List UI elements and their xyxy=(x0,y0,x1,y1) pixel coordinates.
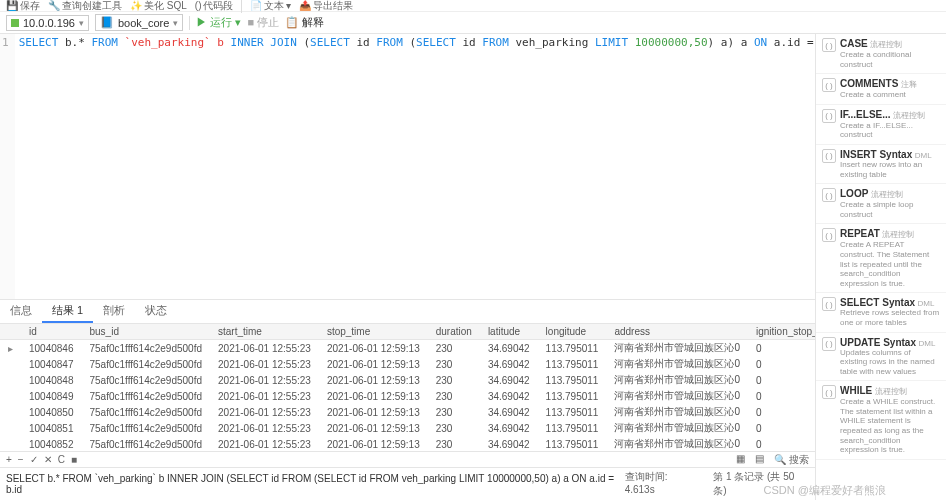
query-time: 查询时间: 4.613s xyxy=(625,470,700,498)
col-duration[interactable]: duration xyxy=(428,324,480,340)
col-bus_id[interactable]: bus_id xyxy=(82,324,211,340)
separator xyxy=(189,16,190,30)
db-select[interactable]: 📘 book_core ▾ xyxy=(95,14,183,31)
snippet-item[interactable]: ( )LOOP 流程控制Create a simple loop constru… xyxy=(816,184,946,224)
footer-sql-text: SELECT b.* FROM `veh_parking` b INNER JO… xyxy=(6,473,625,495)
run-button[interactable]: ▶ 运行 ▾ xyxy=(196,15,241,30)
table-row[interactable]: 1004085075af0c1fff614c2e9d500fd2021-06-0… xyxy=(0,404,815,420)
snippet-icon: ( ) xyxy=(822,149,836,163)
snippet-icon: ( ) xyxy=(822,188,836,202)
form-view-icon[interactable]: ▤ xyxy=(755,453,764,467)
connection-toolbar: 10.0.0.196 ▾ 📘 book_core ▾ ▶ 运行 ▾ ■ 停止 📋… xyxy=(0,12,946,34)
query-tool-button[interactable]: 🔧 查询创建工具 xyxy=(48,0,122,13)
remove-row-icon[interactable]: − xyxy=(18,454,24,465)
snippet-icon: ( ) xyxy=(822,109,836,123)
col-id[interactable]: id xyxy=(21,324,82,340)
save-button[interactable]: 💾 保存 xyxy=(6,0,40,13)
sql-footer: SELECT b.* FROM `veh_parking` b INNER JO… xyxy=(0,467,815,500)
table-row[interactable]: 1004084875af0c1fff614c2e9d500fd2021-06-0… xyxy=(0,372,815,388)
record-count: 第 1 条记录 (共 50 条) xyxy=(713,470,809,498)
table-row[interactable]: ▸1004084675af0c1fff614c2e9d500fd2021-06-… xyxy=(0,340,815,357)
table-row[interactable]: 1004084775af0c1fff614c2e9d500fd2021-06-0… xyxy=(0,356,815,372)
separator xyxy=(241,0,242,13)
explain-button[interactable]: 📋 解释 xyxy=(285,15,324,30)
snippet-icon: ( ) xyxy=(822,337,836,351)
commit-icon[interactable]: ✓ xyxy=(30,454,38,465)
tab-analyze[interactable]: 剖析 xyxy=(93,300,135,323)
grid-view-icon[interactable]: ▦ xyxy=(736,453,745,467)
line-gutter: 1 xyxy=(0,34,15,299)
col-longitude[interactable]: longitude xyxy=(538,324,607,340)
snippet-item[interactable]: ( )WHILE 流程控制Create a WHILE construct. T… xyxy=(816,381,946,460)
snippet-item[interactable]: ( )IF...ELSE... 流程控制Create a IF...ELSE..… xyxy=(816,105,946,145)
search-icon[interactable]: 🔍 搜索 xyxy=(774,453,809,467)
sql-editor[interactable]: 1 SELECT b.* FROM `veh_parking` b INNER … xyxy=(0,34,815,299)
tab-info[interactable]: 信息 xyxy=(0,300,42,323)
snippet-icon: ( ) xyxy=(822,78,836,92)
host-select[interactable]: 10.0.0.196 ▾ xyxy=(6,15,89,31)
snippet-item[interactable]: ( )SELECT Syntax DMLRetrieve rows select… xyxy=(816,293,946,332)
col-ignition_stop_car[interactable]: ignition_stop_car xyxy=(748,324,815,340)
snippet-icon: ( ) xyxy=(822,385,836,399)
snippet-item[interactable]: ( )UPDATE Syntax DMLUpdates columns of e… xyxy=(816,333,946,382)
snippet-icon: ( ) xyxy=(822,297,836,311)
export-button[interactable]: 📤 导出结果 xyxy=(299,0,353,13)
col-start_time[interactable]: start_time xyxy=(210,324,319,340)
snippet-item[interactable]: ( )REPEAT 流程控制Create A REPEAT construct.… xyxy=(816,224,946,293)
col-address[interactable]: address xyxy=(606,324,748,340)
snippet-item[interactable]: ( )COMMENTS 注释Create a comment xyxy=(816,74,946,105)
result-tabs: 信息 结果 1 剖析 状态 xyxy=(0,299,815,324)
tab-state[interactable]: 状态 xyxy=(135,300,177,323)
table-row[interactable]: 1004085175af0c1fff614c2e9d500fd2021-06-0… xyxy=(0,420,815,436)
table-row[interactable]: 1004084975af0c1fff614c2e9d500fd2021-06-0… xyxy=(0,388,815,404)
beautify-button[interactable]: ✨ 美化 SQL xyxy=(130,0,187,13)
snippet-icon: ( ) xyxy=(822,228,836,242)
toolbar-top: 💾 保存 🔧 查询创建工具 ✨ 美化 SQL () 代码段 📄 文本 ▾ 📤 导… xyxy=(0,0,946,12)
col-stop_time[interactable]: stop_time xyxy=(319,324,428,340)
refresh-icon[interactable]: C xyxy=(58,454,65,465)
table-row[interactable]: 1004085275af0c1fff614c2e9d500fd2021-06-0… xyxy=(0,436,815,451)
code-snippet-button[interactable]: () 代码段 xyxy=(195,0,234,13)
stop-button: ■ 停止 xyxy=(248,15,280,30)
snippet-item[interactable]: ( )INSERT Syntax DMLInsert new rows into… xyxy=(816,145,946,184)
col-latitude[interactable]: latitude xyxy=(480,324,538,340)
text-button[interactable]: 📄 文本 ▾ xyxy=(250,0,291,13)
stop-icon[interactable]: ■ xyxy=(71,454,77,465)
tab-result1[interactable]: 结果 1 xyxy=(42,300,93,323)
grid-status-bar: + − ✓ ✕ C ■ ▦ ▤ 🔍 搜索 xyxy=(0,451,815,467)
snippet-icon: ( ) xyxy=(822,38,836,52)
snippet-item[interactable]: ( )CASE 流程控制Create a conditional constru… xyxy=(816,34,946,74)
code-area[interactable]: SELECT b.* FROM `veh_parking` b INNER JO… xyxy=(15,34,815,299)
cancel-icon[interactable]: ✕ xyxy=(44,454,52,465)
snippets-panel[interactable]: ( )CASE 流程控制Create a conditional constru… xyxy=(816,34,946,500)
add-row-icon[interactable]: + xyxy=(6,454,12,465)
result-grid[interactable]: idbus_idstart_timestop_timedurationlatit… xyxy=(0,324,815,451)
